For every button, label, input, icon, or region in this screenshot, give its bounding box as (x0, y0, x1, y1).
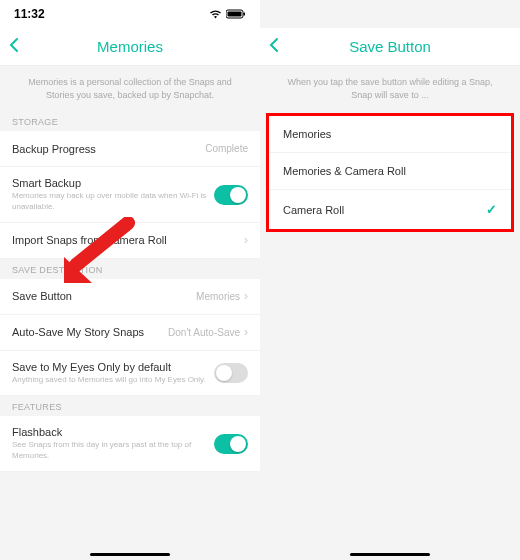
options-highlighted-box: Memories Memories & Camera Roll Camera R… (266, 113, 514, 232)
status-bar: 11:32 (0, 0, 260, 28)
battery-icon (226, 9, 246, 19)
back-button[interactable] (268, 35, 280, 58)
page-title: Memories (97, 38, 163, 55)
option-label: Camera Roll (283, 204, 344, 216)
smart-backup-title: Smart Backup (12, 177, 214, 189)
status-time: 11:32 (14, 7, 45, 21)
svg-rect-2 (244, 13, 246, 16)
myeyes-row[interactable]: Save to My Eyes Only by default Anything… (0, 351, 260, 396)
flashback-row[interactable]: Flashback See Snaps from this day in yea… (0, 416, 260, 472)
smart-backup-row[interactable]: Smart Backup Memories may back up over m… (0, 167, 260, 223)
status-icons (209, 9, 246, 19)
flashback-toggle[interactable] (214, 434, 248, 454)
home-indicator (90, 553, 170, 556)
memories-screen: 11:32 Memories Memories is a personal co… (0, 0, 260, 560)
page-subtext: When you tap the save button while editi… (260, 66, 520, 111)
flashback-desc: See Snaps from this day in years past at… (12, 440, 214, 461)
svg-rect-1 (228, 12, 242, 17)
save-button-title: Save Button (12, 290, 196, 302)
option-label: Memories & Camera Roll (283, 165, 406, 177)
chevron-left-icon (268, 37, 280, 53)
myeyes-toggle[interactable] (214, 363, 248, 383)
back-button[interactable] (8, 35, 20, 58)
option-label: Memories (283, 128, 331, 140)
chevron-right-icon: › (244, 289, 248, 303)
option-camera-roll[interactable]: Camera Roll ✓ (269, 190, 511, 229)
autosave-value: Don't Auto-Save (168, 327, 240, 338)
autosave-row[interactable]: Auto-Save My Story Snaps Don't Auto-Save… (0, 315, 260, 351)
section-storage-label: STORAGE (0, 111, 260, 131)
save-button-screen: Save Button When you tap the save button… (260, 0, 520, 560)
smart-backup-toggle[interactable] (214, 185, 248, 205)
checkmark-icon: ✓ (486, 202, 497, 217)
page-subtext: Memories is a personal collection of the… (0, 66, 260, 111)
save-button-value: Memories (196, 291, 240, 302)
backup-progress-value: Complete (205, 143, 248, 154)
backup-progress-row[interactable]: Backup Progress Complete (0, 131, 260, 167)
home-indicator (350, 553, 430, 556)
page-title: Save Button (349, 38, 431, 55)
header: Memories (0, 28, 260, 66)
header: Save Button (260, 28, 520, 66)
autosave-title: Auto-Save My Story Snaps (12, 326, 168, 338)
chevron-right-icon: › (244, 325, 248, 339)
myeyes-title: Save to My Eyes Only by default (12, 361, 214, 373)
backup-progress-title: Backup Progress (12, 143, 205, 155)
option-memories-camera-roll[interactable]: Memories & Camera Roll (269, 153, 511, 190)
option-memories[interactable]: Memories (269, 116, 511, 153)
arrow-annotation (58, 217, 148, 287)
wifi-icon (209, 9, 222, 19)
chevron-left-icon (8, 37, 20, 53)
chevron-right-icon: › (244, 233, 248, 247)
flashback-title: Flashback (12, 426, 214, 438)
smart-backup-desc: Memories may back up over mobile data wh… (12, 191, 214, 212)
section-features-label: FEATURES (0, 396, 260, 416)
myeyes-desc: Anything saved to Memories will go into … (12, 375, 214, 385)
